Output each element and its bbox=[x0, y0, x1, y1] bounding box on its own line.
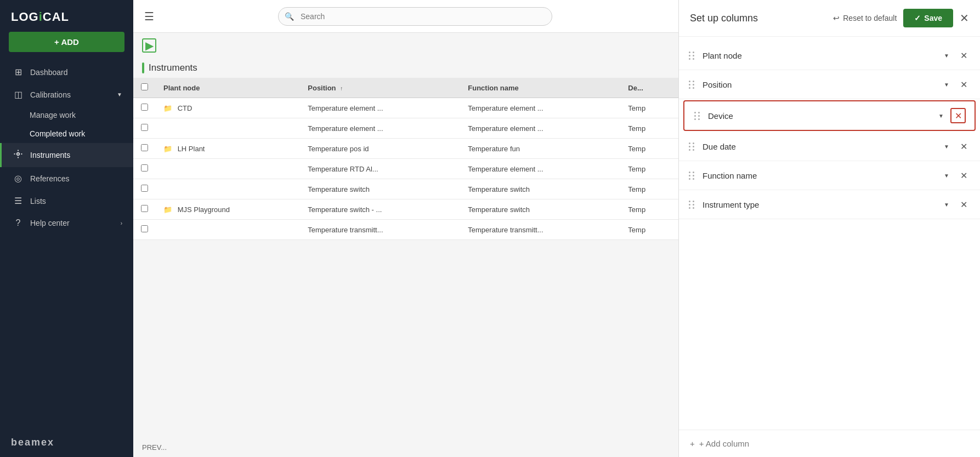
search-icon: 🔍 bbox=[285, 12, 294, 21]
panel-header: Set up columns ↩ Reset to default ✓ Save… bbox=[679, 0, 980, 37]
row-checkbox[interactable] bbox=[141, 104, 148, 111]
sidebar-item-references[interactable]: ◎ References bbox=[0, 167, 133, 190]
row-checkbox[interactable] bbox=[141, 225, 148, 232]
column-remove-button[interactable]: ✕ bbox=[956, 197, 971, 212]
device-cell: Temp bbox=[620, 159, 678, 179]
sidebar-item-completed-work[interactable]: Completed work bbox=[0, 124, 133, 143]
search-input[interactable] bbox=[278, 7, 552, 26]
calibrations-icon: ◫ bbox=[13, 89, 24, 100]
section-title: Instruments bbox=[133, 58, 678, 78]
row-checkbox[interactable] bbox=[141, 144, 148, 151]
add-button[interactable]: + ADD bbox=[9, 32, 124, 52]
position-cell: Temperature pos id bbox=[300, 139, 460, 159]
dashboard-icon: ⊞ bbox=[13, 67, 24, 77]
column-name: Device bbox=[708, 111, 932, 121]
row-checkbox[interactable] bbox=[141, 124, 148, 131]
row-checkbox-cell[interactable] bbox=[133, 179, 156, 199]
table-row: Temperature element ... Temperature elem… bbox=[133, 118, 678, 139]
function-name-header[interactable]: Function name bbox=[460, 78, 620, 98]
function-name-cell: Temperature switch bbox=[460, 179, 620, 199]
position-header[interactable]: Position ↑ bbox=[300, 78, 460, 98]
save-button[interactable]: ✓ Save bbox=[903, 9, 953, 27]
column-row: Function name ▼ ✕ bbox=[679, 161, 980, 190]
sidebar-sub-label: Completed work bbox=[30, 129, 85, 138]
plant-node-cell bbox=[156, 159, 300, 179]
column-sort-button[interactable]: ▼ bbox=[944, 82, 949, 88]
checkmark-icon: ✓ bbox=[914, 14, 921, 22]
device-header[interactable]: De... bbox=[620, 78, 678, 98]
drag-handle[interactable] bbox=[693, 111, 701, 121]
sidebar-item-lists[interactable]: ☰ Lists bbox=[0, 190, 133, 212]
column-row: Plant node ▼ ✕ bbox=[679, 41, 980, 70]
drag-handle[interactable] bbox=[688, 199, 696, 210]
sidebar-item-help[interactable]: ? Help center › bbox=[0, 212, 133, 234]
sidebar-item-calibrations[interactable]: ◫ Calibrations ▼ bbox=[0, 83, 133, 106]
device-cell: Temp bbox=[620, 199, 678, 220]
add-column-button[interactable]: + + Add column bbox=[679, 430, 980, 457]
device-cell: Temp bbox=[620, 118, 678, 139]
instruments-table: Plant node Position ↑ Function name De..… bbox=[133, 78, 678, 240]
column-sort-button[interactable]: ▼ bbox=[938, 113, 944, 119]
reset-to-default-button[interactable]: ↩ Reset to default bbox=[833, 14, 897, 22]
device-cell: Temp bbox=[620, 139, 678, 159]
row-checkbox-cell[interactable] bbox=[133, 98, 156, 118]
chevron-right-icon: › bbox=[121, 220, 122, 226]
position-cell: Temperature transmitt... bbox=[300, 220, 460, 240]
column-name: Position bbox=[703, 80, 937, 89]
drag-handle[interactable] bbox=[688, 170, 696, 181]
function-name-cell: Temperature switch bbox=[460, 199, 620, 220]
row-checkbox[interactable] bbox=[141, 205, 148, 212]
row-checkbox-cell[interactable] bbox=[133, 139, 156, 159]
column-sort-button[interactable]: ▼ bbox=[944, 173, 949, 179]
drag-handle[interactable] bbox=[688, 141, 696, 152]
sidebar-item-label: Dashboard bbox=[30, 68, 68, 77]
column-sort-button[interactable]: ▼ bbox=[944, 53, 949, 59]
function-name-cell: Temperature element ... bbox=[460, 159, 620, 179]
help-icon: ? bbox=[13, 218, 24, 228]
menu-icon[interactable]: ☰ bbox=[144, 10, 154, 23]
sidebar-bottom: beamex bbox=[0, 428, 133, 457]
column-remove-button[interactable]: ✕ bbox=[956, 139, 971, 154]
select-all-checkbox[interactable] bbox=[141, 83, 148, 90]
device-cell: Temp bbox=[620, 98, 678, 118]
header: ☰ 🔍 bbox=[133, 0, 678, 33]
content-area: ▶ Instruments Plant node Position bbox=[133, 33, 678, 457]
column-remove-button[interactable]: ✕ bbox=[956, 48, 971, 63]
column-remove-button[interactable]: ✕ bbox=[950, 108, 966, 123]
sort-icon: ↑ bbox=[340, 85, 343, 92]
row-checkbox[interactable] bbox=[141, 164, 148, 172]
table-row: Temperature RTD Al... Temperature elemen… bbox=[133, 159, 678, 179]
sidebar-item-dashboard[interactable]: ⊞ Dashboard bbox=[0, 61, 133, 83]
column-sort-button[interactable]: ▼ bbox=[944, 202, 949, 208]
row-checkbox-cell[interactable] bbox=[133, 199, 156, 220]
drag-handle[interactable] bbox=[688, 79, 696, 90]
row-checkbox[interactable] bbox=[141, 185, 148, 192]
column-remove-button[interactable]: ✕ bbox=[956, 77, 971, 92]
search-bar: 🔍 bbox=[278, 7, 552, 26]
expand-panel-icon[interactable]: ▶ bbox=[142, 38, 156, 53]
column-remove-button[interactable]: ✕ bbox=[956, 168, 971, 183]
main-area: ☰ 🔍 ▶ Instruments Plant node bbox=[133, 0, 678, 457]
folder-icon: 📁 bbox=[163, 104, 172, 112]
row-checkbox-cell[interactable] bbox=[133, 220, 156, 240]
plant-node-header[interactable]: Plant node bbox=[156, 78, 300, 98]
table-row: 📁 LH Plant Temperature pos id Temperatur… bbox=[133, 139, 678, 159]
sidebar-item-instruments[interactable]: Instruments bbox=[0, 143, 133, 167]
drag-handle[interactable] bbox=[688, 50, 696, 61]
column-sort-button[interactable]: ▼ bbox=[944, 144, 949, 150]
sidebar-item-label: References bbox=[30, 174, 70, 183]
table-wrapper: Plant node Position ↑ Function name De..… bbox=[133, 78, 678, 438]
row-checkbox-cell[interactable] bbox=[133, 159, 156, 179]
sidebar-item-manage-work[interactable]: Manage work bbox=[0, 106, 133, 124]
column-row: Due date ▼ ✕ bbox=[679, 132, 980, 161]
select-all-header[interactable] bbox=[133, 78, 156, 98]
references-icon: ◎ bbox=[13, 173, 24, 184]
folder-icon: 📁 bbox=[163, 145, 172, 153]
sidebar-sub-label: Manage work bbox=[30, 111, 76, 119]
column-name: Plant node bbox=[703, 51, 937, 60]
plant-node-cell: 📁 CTD bbox=[156, 98, 300, 118]
table-row: Temperature switch Temperature switch Te… bbox=[133, 179, 678, 199]
row-checkbox-cell[interactable] bbox=[133, 118, 156, 139]
close-panel-button[interactable]: ✕ bbox=[960, 12, 969, 25]
instruments-icon bbox=[13, 149, 24, 161]
